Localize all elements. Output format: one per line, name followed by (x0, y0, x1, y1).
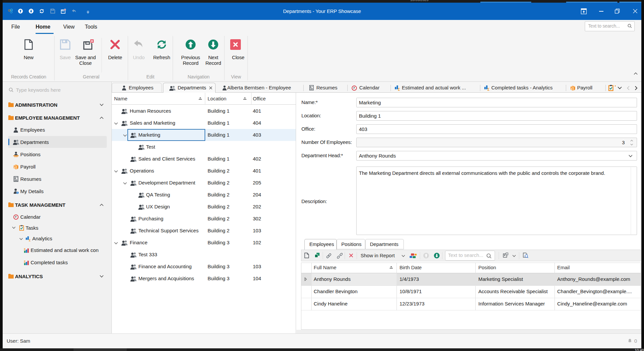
svg-text:$: $ (14, 167, 16, 169)
svg-text:Σ: Σ (29, 238, 31, 241)
svg-text:Σ: Σ (487, 88, 489, 91)
svg-text:Σ: Σ (24, 260, 26, 263)
svg-text:Σ: Σ (24, 248, 26, 251)
svg-text:$: $ (571, 88, 572, 90)
svg-text:Σ: Σ (398, 88, 400, 91)
